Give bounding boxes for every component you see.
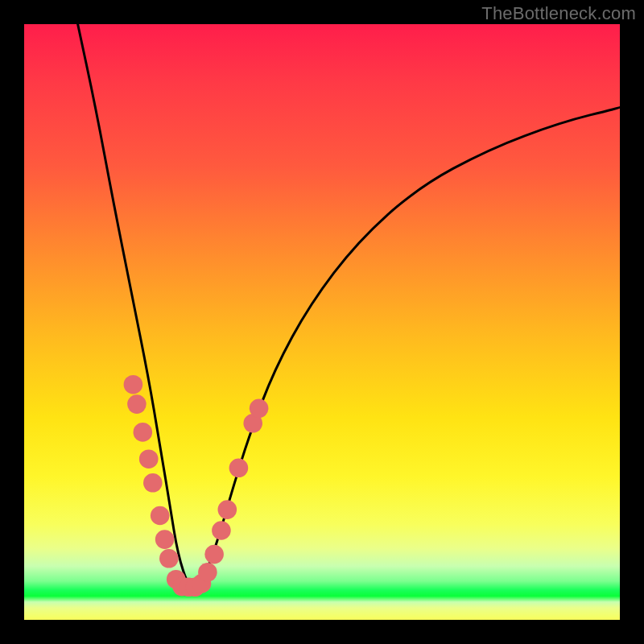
curve-layer: [24, 24, 620, 620]
data-markers: [124, 375, 269, 597]
data-marker: [151, 506, 170, 526]
data-marker: [204, 545, 224, 564]
data-marker: [155, 530, 175, 549]
data-marker: [139, 449, 159, 469]
data-marker: [134, 423, 153, 442]
plot-area: [24, 24, 620, 620]
data-marker: [143, 473, 163, 493]
data-marker: [159, 549, 179, 568]
data-marker: [124, 375, 143, 394]
chart-root: TheBottleneck.com: [0, 0, 644, 644]
data-marker: [229, 459, 249, 478]
data-marker: [198, 563, 217, 582]
data-marker: [250, 399, 269, 419]
bottleneck-curve: [78, 24, 620, 587]
data-marker: [212, 521, 231, 540]
data-marker: [218, 500, 237, 519]
data-marker: [127, 394, 147, 414]
watermark-text: TheBottleneck.com: [481, 3, 636, 24]
